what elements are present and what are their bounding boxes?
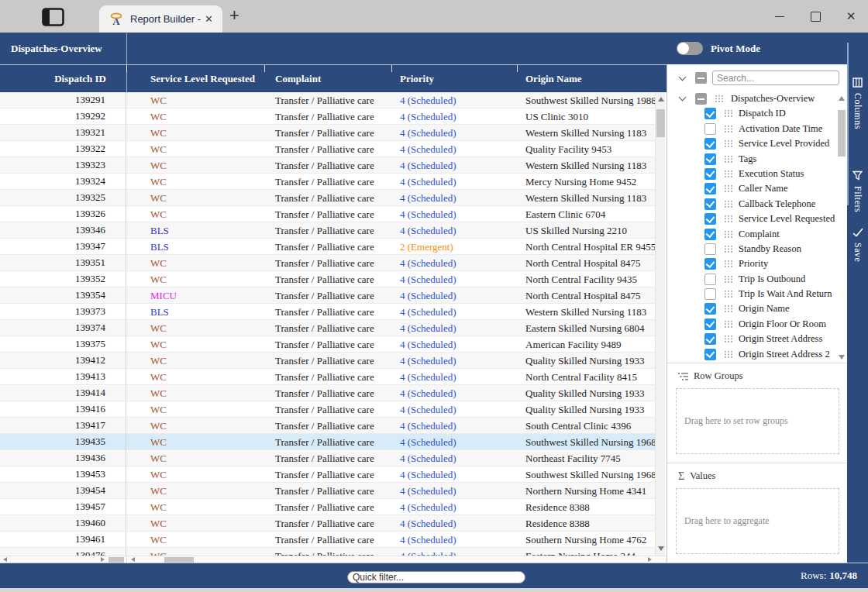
- new-tab-icon[interactable]: +: [229, 6, 239, 25]
- minimize-icon[interactable]: [773, 10, 786, 22]
- cell-service-level[interactable]: WC: [126, 420, 264, 432]
- table-row[interactable]: 139413WCTransfer / Palliative care4 (Sch…: [0, 369, 655, 385]
- table-row[interactable]: 139326WCTransfer / Palliative care4 (Sch…: [0, 206, 655, 222]
- table-row[interactable]: 139352WCTransfer / Palliative care4 (Sch…: [0, 271, 655, 287]
- drag-grip-icon[interactable]: [724, 290, 733, 298]
- table-row[interactable]: 139323WCTransfer / Palliative care4 (Sch…: [0, 157, 655, 174]
- drag-grip-icon[interactable]: [724, 230, 733, 239]
- cell-service-level[interactable]: WC: [126, 95, 264, 107]
- cell-dispatch-id[interactable]: 139436: [0, 450, 126, 466]
- cell-priority[interactable]: 4 (Scheduled): [391, 534, 517, 546]
- cell-origin-name[interactable]: Western Skilled Nursing 1183: [517, 160, 655, 172]
- cell-origin-name[interactable]: US Skilled Nursing 2210: [517, 225, 655, 237]
- checkbox-unchecked[interactable]: [704, 288, 716, 300]
- cell-complaint[interactable]: Transfer / Palliative care: [264, 257, 391, 270]
- root-checkbox[interactable]: [695, 93, 707, 105]
- table-row[interactable]: 139460WCTransfer / Palliative care4 (Sch…: [0, 515, 655, 532]
- tree-field-row[interactable]: Trip Is Wait And Return: [667, 287, 848, 301]
- tree-field-row[interactable]: Execution Status: [667, 167, 848, 181]
- cell-complaint[interactable]: Transfer / Palliative care: [264, 371, 391, 384]
- checkbox-checked[interactable]: [704, 303, 716, 315]
- drag-grip-icon[interactable]: [724, 335, 733, 343]
- column-header-service-level-requested[interactable]: Service Level Requested: [126, 65, 264, 92]
- cell-complaint[interactable]: Transfer / Palliative care: [264, 143, 391, 156]
- cell-complaint[interactable]: Transfer / Palliative care: [264, 241, 391, 253]
- cell-complaint[interactable]: Transfer / Palliative care: [264, 306, 391, 318]
- tree-scroll-thumb[interactable]: [838, 110, 846, 157]
- column-header-origin-name[interactable]: Origin Name: [517, 65, 655, 92]
- cell-service-level[interactable]: WC: [126, 436, 264, 449]
- checkbox-checked[interactable]: [704, 168, 716, 180]
- cell-origin-name[interactable]: Southwest Skilled Nursing 1988: [517, 95, 655, 107]
- cell-origin-name[interactable]: Northeast Facility 7745: [517, 453, 655, 465]
- cell-dispatch-id[interactable]: 139322: [0, 141, 126, 157]
- cell-dispatch-id[interactable]: 139346: [0, 222, 126, 239]
- row-groups-dropzone[interactable]: Drag here to set row groups: [676, 388, 839, 454]
- cell-origin-name[interactable]: North Central Facility 8415: [517, 371, 655, 384]
- table-row[interactable]: 139291WCTransfer / Palliative care4 (Sch…: [0, 92, 655, 108]
- pinned-scroll-thumb[interactable]: [108, 557, 124, 563]
- checkbox-unchecked[interactable]: [704, 123, 716, 135]
- table-row[interactable]: 139454WCTransfer / Palliative care4 (Sch…: [0, 483, 655, 499]
- cell-origin-name[interactable]: Western Skilled Nursing 1183: [517, 127, 655, 139]
- cell-dispatch-id[interactable]: 139374: [0, 320, 126, 336]
- checkbox-unchecked[interactable]: [704, 274, 716, 285]
- close-icon[interactable]: ✕: [845, 10, 857, 22]
- cell-priority[interactable]: 4 (Scheduled): [391, 127, 517, 139]
- cell-origin-name[interactable]: Southwest Skilled Nursing 1968: [517, 436, 655, 449]
- cell-origin-name[interactable]: Southwest Skilled Nursing 1968: [517, 469, 655, 481]
- cell-origin-name[interactable]: Quality Skilled Nursing 1933: [517, 404, 655, 416]
- scroll-up-icon[interactable]: [658, 97, 664, 102]
- cell-service-level[interactable]: WC: [126, 127, 264, 139]
- cell-service-level[interactable]: WC: [126, 387, 264, 400]
- table-row[interactable]: 139417WCTransfer / Palliative care4 (Sch…: [0, 418, 655, 434]
- cell-complaint[interactable]: Transfer / Palliative care: [264, 176, 391, 188]
- cell-dispatch-id[interactable]: 139321: [0, 125, 126, 141]
- tab-save[interactable]: Save: [847, 228, 868, 262]
- grid-vertical-scrollbar[interactable]: [655, 92, 665, 556]
- cell-dispatch-id[interactable]: 139291: [0, 92, 126, 108]
- cell-origin-name[interactable]: Mercy Nursing Home 9452: [517, 176, 655, 188]
- cell-dispatch-id[interactable]: 139412: [0, 353, 126, 369]
- table-row[interactable]: 139476WCTransfer / Palliative care4 (Sch…: [0, 548, 655, 556]
- checkbox-checked[interactable]: [704, 108, 716, 119]
- cell-priority[interactable]: 4 (Scheduled): [391, 420, 517, 432]
- cell-dispatch-id[interactable]: 139352: [0, 271, 126, 287]
- cell-origin-name[interactable]: Residence 8388: [517, 501, 655, 514]
- drag-grip-icon[interactable]: [724, 260, 733, 268]
- cell-origin-name[interactable]: American Facility 9489: [517, 339, 655, 351]
- cell-priority[interactable]: 4 (Scheduled): [391, 371, 517, 384]
- cell-complaint[interactable]: Transfer / Palliative care: [264, 404, 391, 416]
- cell-service-level[interactable]: BLS: [126, 225, 264, 237]
- cell-origin-name[interactable]: Residence 8388: [517, 518, 655, 530]
- drag-grip-icon[interactable]: [724, 320, 733, 329]
- checkbox-checked[interactable]: [704, 349, 716, 360]
- cell-dispatch-id[interactable]: 139457: [0, 499, 126, 515]
- cell-origin-name[interactable]: Quality Skilled Nursing 1933: [517, 355, 655, 367]
- cell-dispatch-id[interactable]: 139453: [0, 466, 126, 483]
- vertical-scroll-thumb[interactable]: [656, 109, 665, 137]
- cell-complaint[interactable]: Transfer / Palliative care: [264, 485, 391, 497]
- cell-complaint[interactable]: Transfer / Palliative care: [264, 534, 391, 546]
- cell-complaint[interactable]: Transfer / Palliative care: [264, 355, 391, 367]
- cell-complaint[interactable]: Transfer / Palliative care: [264, 469, 391, 481]
- cell-service-level[interactable]: WC: [126, 208, 264, 221]
- cell-priority[interactable]: 4 (Scheduled): [391, 518, 517, 530]
- cell-service-level[interactable]: BLS: [126, 241, 264, 253]
- cell-dispatch-id[interactable]: 139323: [0, 157, 126, 174]
- cell-service-level[interactable]: WC: [126, 371, 264, 384]
- cell-priority[interactable]: 4 (Scheduled): [391, 387, 517, 400]
- cell-dispatch-id[interactable]: 139414: [0, 385, 126, 401]
- cell-dispatch-id[interactable]: 139435: [0, 434, 126, 450]
- tree-field-row[interactable]: Origin Street Address 2: [667, 347, 848, 362]
- cell-complaint[interactable]: Transfer / Palliative care: [264, 111, 391, 123]
- table-row[interactable]: 139375WCTransfer / Palliative care4 (Sch…: [0, 336, 655, 353]
- cell-service-level[interactable]: WC: [126, 192, 264, 205]
- table-row[interactable]: 139322WCTransfer / Palliative care4 (Sch…: [0, 141, 655, 157]
- cell-complaint[interactable]: Transfer / Palliative care: [264, 290, 391, 302]
- cell-complaint[interactable]: Transfer / Palliative care: [264, 95, 391, 107]
- cell-service-level[interactable]: WC: [126, 160, 264, 172]
- tree-field-row[interactable]: Origin Street Address: [667, 332, 848, 346]
- table-row[interactable]: 139461WCTransfer / Palliative care4 (Sch…: [0, 532, 655, 548]
- cell-complaint[interactable]: Transfer / Palliative care: [264, 208, 391, 221]
